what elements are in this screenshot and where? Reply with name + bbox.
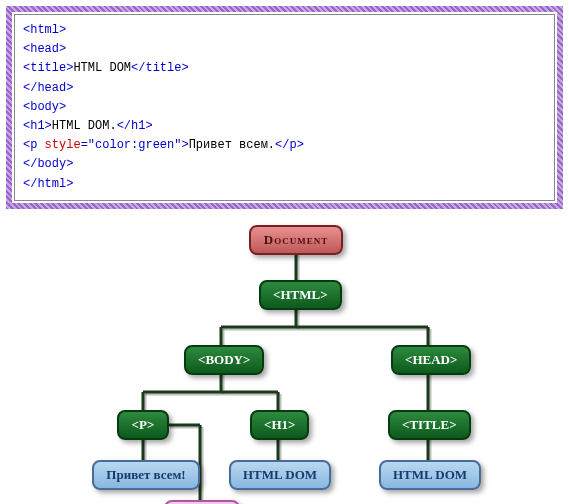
node-h1: <H1> <box>250 410 309 440</box>
code-content: <html><head><title>HTML DOM</title></hea… <box>14 14 555 201</box>
node-title: <TITLE> <box>388 410 471 440</box>
code-block: <html><head><title>HTML DOM</title></hea… <box>6 6 563 209</box>
node-document: Document <box>249 225 343 255</box>
node-p: <P> <box>117 410 169 440</box>
node-titletext: HTML DOM <box>379 460 481 490</box>
node-body: <BODY> <box>184 345 264 375</box>
node-ptext: Привет всем! <box>92 460 200 490</box>
node-head: <HEAD> <box>391 345 471 375</box>
node-h1text: HTML DOM <box>229 460 331 490</box>
dom-tree-diagram: Document<HTML><BODY><HEAD><P><H1><TITLE>… <box>0 215 569 504</box>
node-html: <HTML> <box>259 280 342 310</box>
node-style: STYLE <box>164 500 240 504</box>
